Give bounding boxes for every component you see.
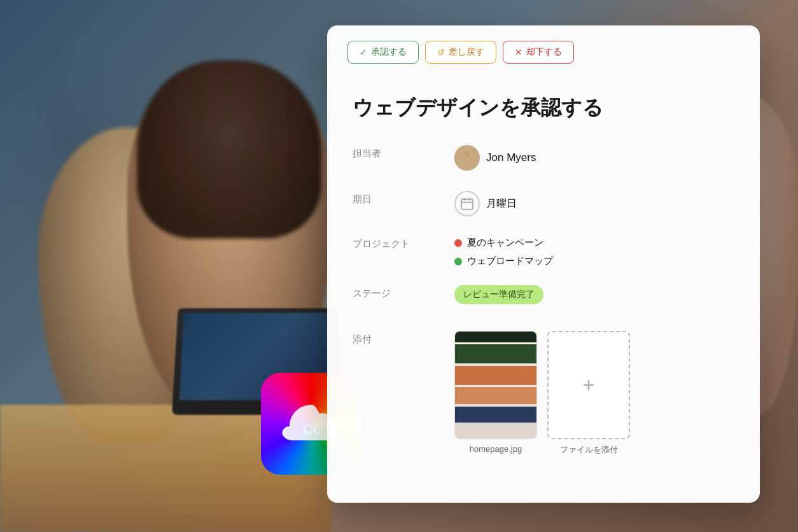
assignee-name: Jon Myers [486, 151, 536, 164]
stage-badge: レビュー準備完了 [454, 285, 543, 304]
due-value: 月曜日 [454, 191, 734, 216]
project-row: プロジェクト 夏のキャンペーン ウェブロードマップ [353, 237, 734, 267]
attachment-thumbnail[interactable] [454, 331, 537, 439]
assignee-value: Jon Myers [454, 145, 734, 171]
attachment-item-1: homepage.jpg [454, 331, 537, 456]
project-1-dot [454, 239, 462, 247]
project-item-1: 夏のキャンペーン [454, 237, 543, 249]
return-label: 差し戻す [449, 46, 484, 58]
reject-x-icon: ✕ [515, 47, 522, 57]
due-label: 期日 [353, 191, 454, 206]
project-1-name: 夏のキャンペーン [467, 237, 543, 249]
approve-label: 承認する [371, 46, 407, 58]
attachments-container: homepage.jpg + ファイルを添付 [454, 331, 630, 456]
add-attachment-label: ファイルを添付 [560, 444, 618, 456]
svg-text:Cc: Cc [303, 421, 321, 437]
return-button[interactable]: ↺ 差し戻す [425, 41, 496, 64]
reject-label: 却下する [526, 46, 562, 58]
due-date-row: 期日 月曜日 [353, 191, 734, 219]
modal-card: ✓ 承認する ↺ 差し戻す ✕ 却下する ウェブデザインを承認する 担当者 [327, 25, 760, 503]
svg-rect-5 [461, 199, 473, 209]
add-attachment-button[interactable]: + [547, 331, 630, 439]
assignee-row: 担当者 Jon Myers [353, 145, 734, 173]
attachment-preview [455, 332, 536, 438]
stage-value: レビュー準備完了 [454, 285, 734, 304]
avatar-face [454, 145, 480, 171]
attachment-label: 添付 [353, 331, 454, 346]
approve-button[interactable]: ✓ 承認する [347, 41, 419, 64]
modal-toolbar: ✓ 承認する ↺ 差し戻す ✕ 却下する [327, 25, 760, 76]
stage-row: ステージ レビュー準備完了 [353, 285, 734, 313]
project-2-dot [454, 258, 462, 265]
project-2-name: ウェブロードマップ [467, 255, 553, 267]
modal-title: ウェブデザインを承認する [353, 94, 734, 122]
avatar [454, 145, 480, 171]
plus-icon: + [583, 375, 595, 395]
project-list: 夏のキャンペーン ウェブロードマップ [454, 237, 734, 267]
approve-check-icon: ✓ [360, 47, 367, 57]
modal-body: ウェブデザインを承認する 担当者 Jon Myers [327, 76, 760, 476]
calendar-icon [454, 191, 480, 216]
person-center-hair [137, 60, 321, 239]
reject-button[interactable]: ✕ 却下する [503, 41, 574, 64]
assignee-label: 担当者 [353, 145, 454, 160]
project-label: プロジェクト [353, 237, 454, 250]
attachments-row: 添付 homepage.jpg + ファイルを添付 [353, 331, 734, 456]
add-attachment-item: + ファイルを添付 [547, 331, 630, 456]
project-item-2: ウェブロードマップ [454, 255, 553, 267]
attachment-filename: homepage.jpg [470, 444, 522, 454]
stage-label: ステージ [353, 285, 454, 300]
due-date: 月曜日 [486, 197, 517, 211]
return-icon: ↺ [437, 47, 445, 57]
svg-point-4 [463, 150, 471, 158]
